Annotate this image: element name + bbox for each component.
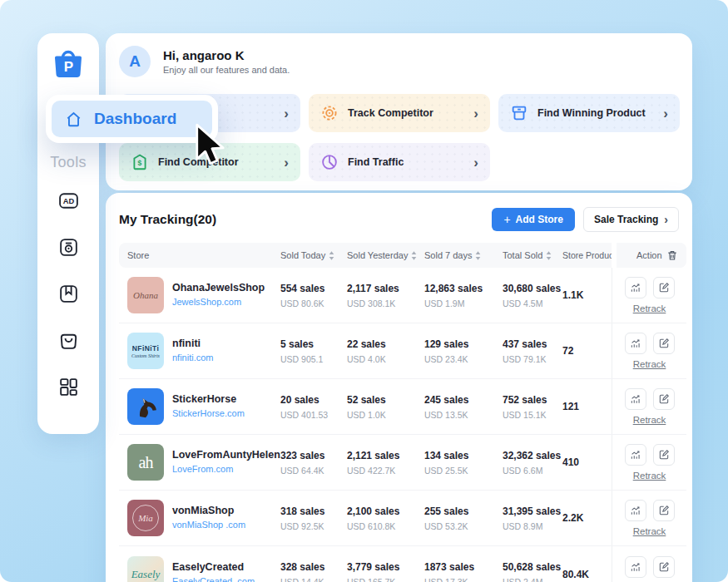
edit-icon-button[interactable] bbox=[653, 277, 675, 298]
retrack-link[interactable]: Retrack bbox=[633, 471, 666, 481]
sort-icon[interactable] bbox=[475, 251, 481, 260]
table-header-row: Store Sold Today Sold Yesterday Sold 7 d… bbox=[119, 243, 686, 268]
store-name: vonMiaShop bbox=[172, 505, 245, 516]
svg-text:$: $ bbox=[138, 159, 142, 167]
column-header-total-sold[interactable]: Total Sold bbox=[503, 250, 562, 260]
edit-icon-button[interactable] bbox=[653, 500, 675, 521]
trash-icon[interactable] bbox=[666, 249, 678, 261]
store-domain-link[interactable]: StickerHorse.com bbox=[172, 408, 245, 418]
greeting-subtitle: Enjoy all our features and data. bbox=[163, 65, 290, 75]
edit-icon-button[interactable] bbox=[653, 333, 675, 354]
chart-icon-button[interactable] bbox=[625, 277, 646, 298]
apps-icon[interactable] bbox=[57, 376, 80, 398]
chevron-right-icon: › bbox=[284, 155, 289, 170]
store-products-cell: 2.2K bbox=[562, 512, 612, 524]
store-products-cell: 121 bbox=[562, 401, 612, 412]
total-sold-cell: 32,362 salesUSD 6.6M bbox=[503, 450, 562, 476]
column-header-store-products: Store Products bbox=[562, 250, 612, 260]
table-row: StickerHorse StickerHorse.com 20 salesUS… bbox=[119, 379, 686, 435]
table-row: ah LoveFromAuntyHelen LoveFrom.com 323 s… bbox=[119, 435, 686, 491]
total-sold-cell: 437 salesUSD 79.1K bbox=[503, 338, 562, 364]
ad-icon[interactable]: AD bbox=[57, 190, 80, 212]
sale-tracking-button[interactable]: Sale Tracking › bbox=[583, 207, 679, 232]
quick-action-find-competitor[interactable]: $ Find Competitor › bbox=[119, 143, 300, 181]
quick-action-find-traffic[interactable]: Find Traffic › bbox=[309, 143, 490, 181]
total-sold-cell: 30,680 salesUSD 4.5M bbox=[503, 283, 562, 308]
quick-action-find-winning-product[interactable]: Find Winning Product › bbox=[498, 94, 680, 132]
my-tracking-card: My Tracking(20) + Add Store Sale Trackin… bbox=[106, 193, 692, 582]
store-logo: Mia bbox=[127, 500, 164, 536]
total-sold-cell: 31,395 salesUSD 8.9M bbox=[503, 506, 562, 531]
sold-7-days-cell: 12,863 salesUSD 1.9M bbox=[424, 283, 503, 308]
column-header-sold-yesterday[interactable]: Sold Yesterday bbox=[347, 250, 424, 260]
sold-7-days-cell: 255 salesUSD 53.2K bbox=[424, 506, 503, 531]
edit-icon-button[interactable] bbox=[653, 388, 675, 410]
dashboard-menu-popup: Dashboard bbox=[46, 95, 218, 143]
store-name: EaselyCreated bbox=[172, 561, 255, 573]
store-cell: Easely EaselyCreated EaselyCreated .com bbox=[119, 556, 280, 582]
retrack-link[interactable]: Retrack bbox=[633, 303, 666, 313]
chart-icon-button[interactable] bbox=[625, 444, 646, 466]
tracking-title: My Tracking(20) bbox=[119, 212, 492, 227]
quick-action-label: Track Competitor bbox=[348, 107, 433, 119]
quick-action-label: Find Winning Product bbox=[537, 107, 646, 119]
dashboard-label: Dashboard bbox=[94, 110, 176, 128]
sold-7-days-cell: 1873 salesUSD 17.3K bbox=[424, 561, 503, 582]
sold-yesterday-cell: 52 salesUSD 1.0K bbox=[347, 394, 424, 420]
table-row: Ohana OhanaJewelsShop JewelsShop.com 554… bbox=[119, 268, 686, 323]
shop-bag-icon[interactable] bbox=[57, 329, 80, 352]
column-header-action: Action bbox=[612, 243, 686, 268]
retrack-link[interactable]: Retrack bbox=[633, 526, 666, 536]
tracker-icon[interactable] bbox=[57, 236, 80, 259]
action-cell: Retrack bbox=[612, 435, 686, 490]
tools-section-label: Tools bbox=[37, 154, 99, 171]
store-domain-link[interactable]: JewelsShop.com bbox=[172, 297, 241, 307]
sidebar: P Tools AD bbox=[37, 33, 99, 434]
chevron-right-icon: › bbox=[284, 106, 289, 121]
store-domain-link[interactable]: nfiniti.com bbox=[172, 353, 214, 363]
sidebar-item-dashboard[interactable]: Dashboard bbox=[52, 101, 212, 137]
chart-icon-button[interactable] bbox=[625, 388, 646, 410]
chart-icon-button[interactable] bbox=[625, 333, 646, 354]
plus-icon: + bbox=[503, 214, 510, 225]
store-products-cell: 72 bbox=[562, 345, 612, 357]
chart-icon-button[interactable] bbox=[625, 500, 646, 521]
store-name: nfiniti bbox=[172, 338, 214, 349]
sold-today-cell: 5 salesUSD 905.1 bbox=[280, 338, 347, 364]
home-icon bbox=[64, 110, 83, 129]
svg-text:AD: AD bbox=[62, 197, 74, 205]
store-products-cell: 80.4K bbox=[562, 569, 612, 580]
chevron-right-icon: › bbox=[473, 106, 478, 121]
app-logo[interactable]: P bbox=[50, 45, 87, 85]
bookmark-icon[interactable] bbox=[57, 283, 80, 305]
edit-icon-button[interactable] bbox=[653, 556, 675, 578]
store-name: LoveFromAuntyHelen bbox=[172, 449, 280, 461]
total-sold-cell: 752 salesUSD 15.1K bbox=[503, 394, 562, 420]
store-cell: StickerHorse StickerHorse.com bbox=[119, 388, 280, 425]
store-logo: NFiNiTi Custom Shirts bbox=[127, 333, 164, 369]
sold-yesterday-cell: 2,121 salesUSD 422.7K bbox=[347, 450, 424, 476]
chart-icon-button[interactable] bbox=[625, 556, 646, 578]
target-icon bbox=[320, 104, 339, 122]
sort-icon[interactable] bbox=[329, 251, 334, 260]
store-cell: Mia vonMiaShop vonMiaShop .com bbox=[119, 500, 280, 536]
column-header-sold-7-days[interactable]: Sold 7 days bbox=[424, 250, 503, 260]
retrack-link[interactable]: Retrack bbox=[633, 415, 666, 425]
column-header-sold-today[interactable]: Sold Today bbox=[280, 250, 347, 260]
box-icon bbox=[510, 104, 528, 122]
store-domain-link[interactable]: EaselyCreated .com bbox=[172, 576, 255, 582]
avatar[interactable]: A bbox=[119, 46, 151, 77]
sort-icon[interactable] bbox=[546, 251, 552, 260]
quick-action-track-competitor[interactable]: Track Competitor › bbox=[309, 94, 490, 132]
action-cell: Retrack bbox=[612, 491, 686, 545]
store-domain-link[interactable]: LoveFrom.com bbox=[172, 464, 233, 474]
sold-today-cell: 554 salesUSD 80.6K bbox=[280, 283, 347, 308]
sold-7-days-cell: 245 salesUSD 13.5K bbox=[424, 394, 503, 420]
add-store-button[interactable]: + Add Store bbox=[492, 208, 575, 231]
retrack-link[interactable]: Retrack bbox=[633, 359, 666, 369]
sold-today-cell: 328 salesUSD 14.4K bbox=[280, 561, 347, 582]
sort-icon[interactable] bbox=[411, 251, 417, 260]
store-products-cell: 1.1K bbox=[562, 289, 612, 301]
edit-icon-button[interactable] bbox=[653, 444, 675, 466]
store-domain-link[interactable]: vonMiaShop .com bbox=[172, 520, 245, 530]
